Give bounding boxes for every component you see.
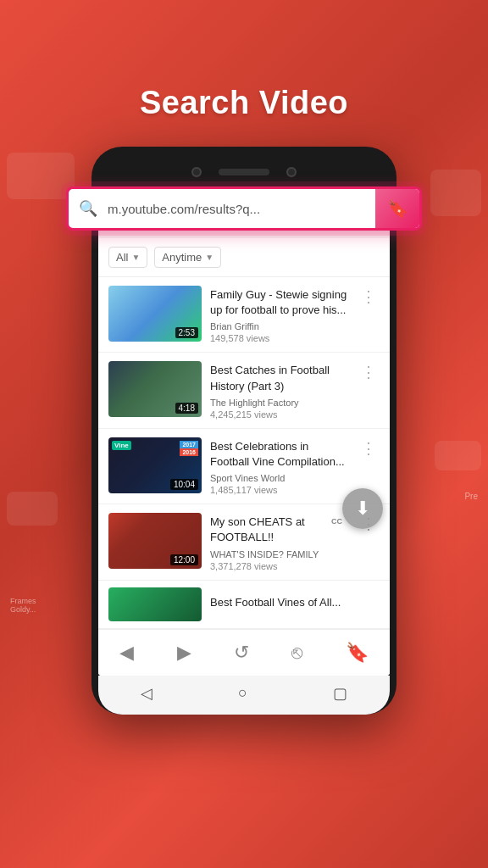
phone-screen: All ▼ Anytime ▼ 2:53 Family Guy - Stewie…	[98, 187, 390, 676]
video-title-3: Best Celebrations in Football Vine Compi…	[210, 439, 349, 470]
nav-forward-button[interactable]: ▶	[167, 638, 202, 667]
video-thumbnail-3: Vine 2017 2016 10:04	[108, 437, 202, 493]
vine-badge: Vine	[112, 441, 131, 450]
android-back-button[interactable]: ◁	[141, 684, 152, 703]
phone-camera	[191, 167, 202, 177]
video-list: 2:53 Family Guy - Stewie signing up for …	[98, 277, 390, 629]
video-channel-4: WHAT'S INSIDE? FAMILY	[210, 549, 349, 559]
video-thumbnail-2: 4:18	[108, 361, 202, 417]
filter-time-arrow: ▼	[205, 253, 214, 262]
video-channel-1: Brian Griffin	[210, 321, 349, 331]
video-info-3: Best Celebrations in Football Vine Compi…	[210, 437, 349, 495]
video-item-4[interactable]: 12:00 My son CHEATS at FOOTBALL!! WHAT'S…	[98, 504, 390, 580]
video-thumbnail-4: 12:00	[108, 513, 202, 569]
video-more-button-2[interactable]: ⋮	[358, 361, 380, 383]
bottom-nav: ◀ ▶ ↺ ⎋ 🔖	[98, 629, 390, 676]
video-info-2: Best Catches in Football History (Part 3…	[210, 361, 349, 419]
video-title-1: Family Guy - Stewie signing up for footb…	[210, 287, 349, 318]
search-icon: 🔍	[69, 199, 108, 218]
phone-top-bar	[98, 160, 390, 187]
year-bottom: 2016	[180, 448, 198, 456]
video-more-button-1[interactable]: ⋮	[358, 286, 380, 308]
search-bookmark-button[interactable]: 🔖	[375, 186, 419, 231]
filter-type-dropdown[interactable]: All ▼	[108, 247, 147, 268]
download-fab-button[interactable]: ⬇	[342, 488, 383, 529]
video-item-5-partial[interactable]: Best Football Vines of All...	[98, 581, 390, 629]
android-nav-bar: ◁ ○ ▢	[98, 676, 390, 715]
nav-refresh-button[interactable]: ↺	[224, 638, 259, 667]
android-home-button[interactable]: ○	[238, 684, 247, 702]
video-views-4: 3,371,278 views	[210, 561, 349, 571]
android-recents-button[interactable]: ▢	[333, 684, 347, 703]
video-duration-1: 2:53	[175, 327, 198, 338]
filter-time-dropdown[interactable]: Anytime ▼	[154, 247, 221, 268]
nav-bookmark-button[interactable]: 🔖	[336, 638, 379, 667]
nav-back-button[interactable]: ◀	[109, 638, 144, 667]
video-more-button-3[interactable]: ⋮	[358, 437, 380, 459]
video-duration-4: 12:00	[170, 554, 198, 565]
video-duration-2: 4:18	[175, 403, 198, 414]
video-info-4: My son CHEATS at FOOTBALL!! WHAT'S INSID…	[210, 513, 349, 570]
search-bar-container: 🔍 🔖	[66, 186, 422, 231]
video-views-1: 149,578 views	[210, 333, 349, 343]
video-title-5: Best Football Vines of All...	[210, 595, 380, 610]
main-content: Search Video 🔍 🔖 All ▼ Anytime ▼	[0, 0, 488, 868]
nav-share-button[interactable]: ⎋	[281, 638, 313, 667]
phone-mockup: All ▼ Anytime ▼ 2:53 Family Guy - Stewie…	[92, 147, 396, 715]
year-top: 2017	[180, 441, 198, 448]
video-item-3[interactable]: Vine 2017 2016 10:04 Best Celebrations i…	[98, 429, 390, 504]
year-badge: 2017 2016	[180, 441, 198, 456]
filter-type-arrow: ▼	[131, 253, 140, 262]
filter-bar: All ▼ Anytime ▼	[98, 238, 390, 277]
video-info-1: Family Guy - Stewie signing up for footb…	[210, 286, 349, 343]
video-duration-3: 10:04	[170, 479, 198, 490]
video-channel-2: The Highlight Factory	[210, 398, 349, 408]
search-bar-wrapper: 🔍 🔖	[66, 186, 422, 231]
video-info-5: Best Football Vines of All...	[210, 593, 380, 614]
page-title: Search Video	[140, 85, 348, 121]
filter-time-label: Anytime	[162, 251, 202, 264]
video-thumbnail-1: 2:53	[108, 286, 202, 342]
cc-badge: CC	[331, 517, 342, 526]
video-title-4: My son CHEATS at FOOTBALL!!	[210, 515, 349, 545]
phone-speaker	[219, 169, 269, 175]
video-item[interactable]: 2:53 Family Guy - Stewie signing up for …	[98, 277, 390, 353]
video-views-2: 4,245,215 views	[210, 409, 349, 420]
search-input[interactable]	[108, 202, 375, 216]
video-item-2[interactable]: 4:18 Best Catches in Football History (P…	[98, 353, 390, 428]
video-channel-3: Sport Vines World	[210, 473, 349, 483]
video-title-2: Best Catches in Football History (Part 3…	[210, 363, 349, 393]
phone-camera-2	[286, 167, 297, 177]
video-views-3: 1,485,117 views	[210, 485, 349, 495]
filter-type-label: All	[116, 251, 128, 264]
video-thumbnail-5	[108, 587, 202, 621]
